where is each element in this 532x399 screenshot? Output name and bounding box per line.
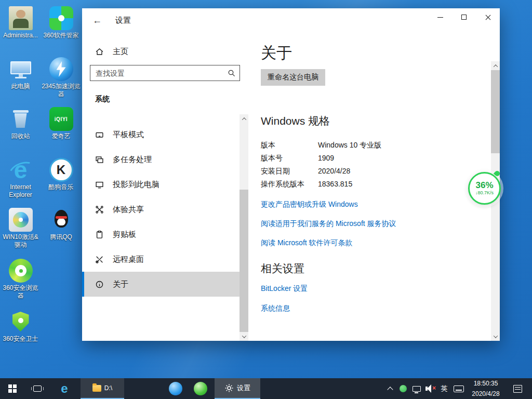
administrator-icon [9, 6, 33, 30]
desktop-icon-label: 360安全卫士 [1, 335, 41, 343]
desktop-icon-label: 2345加速浏览器 [41, 83, 81, 98]
360-safeguard-icon [9, 310, 33, 334]
spec-value: 2020/4/28 [318, 165, 350, 178]
recycle-bin-icon [9, 107, 33, 131]
about-page: 关于 重命名这台电脑 Windows 规格 版本 Windows 10 专业版 … [248, 32, 500, 341]
back-button[interactable]: ← [89, 14, 105, 27]
nav-item-multitasking[interactable]: 多任务处理 [82, 147, 248, 172]
nav-item-about[interactable]: 关于 [82, 272, 248, 297]
desktop-icon-this-pc[interactable]: 此电脑 [1, 57, 41, 90]
desktop-icon-360-safeguard[interactable]: 360安全卫士 [1, 310, 41, 343]
nav-scrollbar[interactable] [240, 114, 248, 341]
nav-section-title: 系统 [95, 95, 110, 104]
action-center-button[interactable] [506, 378, 529, 399]
360-tray-icon [400, 385, 407, 392]
desktop-icon-360-secure-browser[interactable]: 360安全浏览器 [1, 259, 41, 300]
license-terms-link[interactable]: 阅读 Microsoft 软件许可条款 [261, 238, 353, 248]
scroll-down-button[interactable] [240, 332, 248, 341]
spec-label: 版本 [261, 139, 318, 152]
taskbar: e D:\ 设置 × 英 [0, 378, 532, 399]
desktop-icon-label: 腾讯QQ [41, 233, 81, 241]
search-icon[interactable] [228, 69, 236, 77]
tray-360-icon[interactable] [397, 378, 409, 399]
chevron-up-icon [493, 64, 497, 69]
nav-item-remote-desktop[interactable]: 远程桌面 [82, 247, 248, 272]
nav-item-label: 多任务处理 [113, 155, 152, 165]
nav-item-label: 关于 [113, 280, 128, 289]
nav-item-home[interactable]: 主页 [82, 42, 248, 61]
desktop-icon-iqiyi[interactable]: iQIYI 爱奇艺 [41, 107, 81, 140]
taskbar-item-ie[interactable]: e [52, 378, 77, 399]
windows-logo-icon [8, 384, 17, 393]
tray-clock[interactable]: 18:50:35 2020/4/28 [467, 378, 505, 399]
titlebar[interactable]: ← 设置 [82, 8, 500, 32]
desktop-icon-administrator[interactable]: Administra... [1, 6, 41, 39]
settings-nav: 主页 系统 平板模式 多任务处理 [82, 32, 248, 341]
shared-experiences-icon [95, 205, 104, 214]
nav-item-tablet-mode[interactable]: 平板模式 [82, 122, 248, 147]
desktop-icon-kugou-music[interactable]: K 酷狗音乐 [41, 158, 81, 191]
tray-input-method[interactable]: 英 [437, 378, 451, 399]
content-scrollbar-thumb[interactable] [491, 70, 500, 153]
change-product-key-link[interactable]: 更改产品密钥或升级 Windows [261, 200, 358, 209]
settings-window: ← 设置 主页 系统 [82, 8, 500, 341]
projecting-icon [95, 180, 104, 189]
settings-task-label: 设置 [237, 383, 250, 393]
window-title: 设置 [115, 16, 131, 25]
close-button[interactable] [476, 8, 500, 26]
chevron-down-icon [242, 334, 246, 338]
360-float-ball[interactable]: 36% ↓80.7K/s [468, 172, 501, 205]
2345-browser-icon [49, 57, 73, 81]
minimize-button[interactable] [428, 8, 452, 26]
desktop-icon-2345-browser[interactable]: 2345加速浏览器 [41, 57, 81, 98]
tray-show-hidden-icons[interactable] [385, 378, 395, 399]
scroll-up-button[interactable] [491, 61, 500, 70]
settings-search-input[interactable] [90, 65, 240, 81]
desktop-icon-label: 此电脑 [1, 83, 41, 90]
desktop-icon-label: 360安全浏览器 [1, 284, 41, 300]
services-agreement-link[interactable]: 阅读适用于我们服务的 Microsoft 服务协议 [261, 219, 396, 229]
spec-label: 安装日期 [261, 165, 318, 178]
task-view-button[interactable] [25, 378, 50, 399]
scroll-up-button[interactable] [240, 114, 248, 123]
spec-label: 版本号 [261, 152, 318, 165]
spec-value: 18363.815 [318, 178, 352, 191]
nav-scrollbar-thumb[interactable] [240, 190, 248, 332]
nav-item-projecting[interactable]: 投影到此电脑 [82, 172, 248, 197]
desktop-icon-label: 爱奇艺 [41, 132, 81, 140]
rename-pc-button[interactable]: 重命名这台电脑 [261, 69, 325, 86]
scroll-down-button[interactable] [491, 332, 500, 341]
nav-item-clipboard[interactable]: 剪贴板 [82, 222, 248, 247]
internet-explorer-icon: e [9, 158, 33, 182]
desktop-icon-recycle-bin[interactable]: 回收站 [1, 107, 41, 140]
volume-muted-icon: × [424, 384, 436, 393]
nav-list: 平板模式 多任务处理 投影到此电脑 体验共享 [82, 122, 248, 297]
multitasking-icon [95, 155, 104, 164]
bitlocker-settings-link[interactable]: BitLocker 设置 [261, 284, 308, 294]
spec-label: 操作系统版本 [261, 178, 318, 191]
tray-date: 2020/4/28 [472, 390, 499, 397]
tablet-mode-icon [95, 130, 104, 139]
tray-keyboard[interactable] [451, 378, 466, 399]
2345-browser-icon [169, 382, 182, 395]
desktop-icon-360-software-manager[interactable]: 360软件管家 [41, 6, 81, 39]
maximize-button[interactable] [452, 8, 476, 26]
taskbar-item-settings[interactable]: 设置 [215, 378, 260, 399]
taskbar-item-explorer[interactable]: D:\ [81, 378, 124, 399]
minimize-icon [437, 17, 443, 18]
desktop-icon-tencent-qq[interactable]: 腾讯QQ [41, 208, 81, 241]
system-info-link[interactable]: 系统信息 [261, 304, 290, 313]
desktop-icon-label: Administra... [1, 32, 41, 39]
start-button[interactable] [0, 378, 25, 399]
tray-network-icon[interactable] [410, 378, 423, 399]
spec-value: Windows 10 专业版 [318, 139, 381, 152]
spec-row: 安装日期 2020/4/28 [261, 165, 469, 178]
taskbar-item-2345-browser[interactable] [164, 378, 188, 399]
nav-item-label: 体验共享 [113, 205, 144, 215]
taskbar-item-360-browser[interactable] [189, 378, 212, 399]
desktop-icon-win10-activation[interactable]: WIN10激活&驱动 [1, 208, 41, 249]
nav-item-shared-experiences[interactable]: 体验共享 [82, 197, 248, 222]
download-speed: ↓80.7K/s [475, 190, 494, 196]
tray-volume-icon[interactable]: × [423, 378, 437, 399]
desktop-icon-internet-explorer[interactable]: e Internet Explorer [1, 158, 41, 199]
